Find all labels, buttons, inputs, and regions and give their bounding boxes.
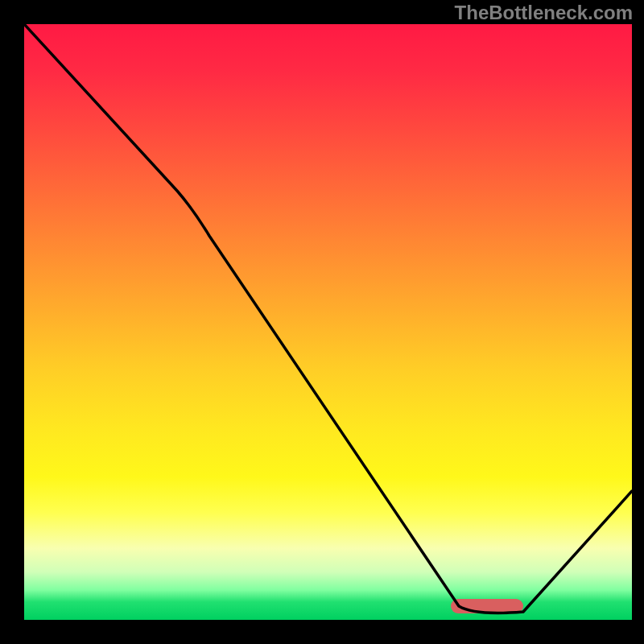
watermark-text: TheBottleneck.com [455, 2, 633, 24]
chart-plot-area [24, 24, 632, 620]
bottleneck-curve-line [24, 24, 632, 620]
